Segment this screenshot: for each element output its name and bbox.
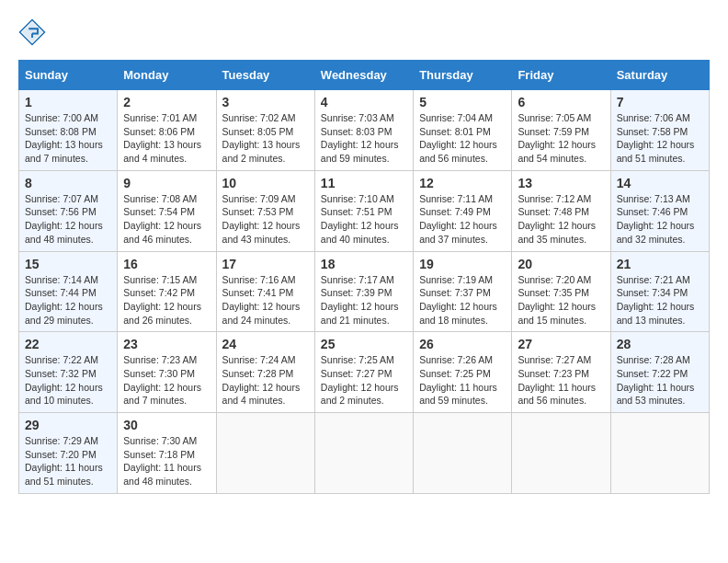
day-number: 16: [123, 257, 210, 271]
day-number: 30: [123, 418, 210, 432]
day-number: 11: [321, 176, 407, 190]
day-info: Sunrise: 7:11 AMSunset: 7:49 PMDaylight:…: [419, 192, 506, 247]
weekday-header-tuesday: Tuesday: [216, 61, 314, 90]
day-info: Sunrise: 7:12 AMSunset: 7:48 PMDaylight:…: [518, 192, 604, 247]
calendar-cell: [610, 413, 709, 494]
day-number: 17: [222, 257, 309, 271]
calendar-cell: [216, 413, 314, 494]
day-number: 6: [518, 95, 604, 109]
day-info: Sunrise: 7:27 AMSunset: 7:23 PMDaylight:…: [518, 353, 604, 408]
calendar-cell: 15Sunrise: 7:14 AMSunset: 7:44 PMDayligh…: [19, 251, 118, 332]
calendar-cell: 24Sunrise: 7:24 AMSunset: 7:28 PMDayligh…: [216, 332, 314, 413]
calendar-cell: 1Sunrise: 7:00 AMSunset: 8:08 PMDaylight…: [19, 90, 118, 171]
day-number: 15: [25, 257, 111, 271]
day-number: 26: [419, 337, 506, 351]
calendar-cell: [414, 413, 512, 494]
day-info: Sunrise: 7:02 AMSunset: 8:05 PMDaylight:…: [222, 111, 309, 166]
day-info: Sunrise: 7:15 AMSunset: 7:42 PMDaylight:…: [123, 273, 210, 327]
calendar-cell: 17Sunrise: 7:16 AMSunset: 7:41 PMDayligh…: [216, 251, 314, 332]
calendar-cell: 27Sunrise: 7:27 AMSunset: 7:23 PMDayligh…: [512, 332, 610, 413]
calendar-cell: 30Sunrise: 7:30 AMSunset: 7:18 PMDayligh…: [118, 413, 216, 494]
day-info: Sunrise: 7:30 AMSunset: 7:18 PMDaylight:…: [123, 434, 210, 488]
day-info: Sunrise: 7:22 AMSunset: 7:32 PMDaylight:…: [25, 353, 111, 408]
calendar-cell: 3Sunrise: 7:02 AMSunset: 8:05 PMDaylight…: [216, 90, 314, 171]
calendar-cell: 23Sunrise: 7:23 AMSunset: 7:30 PMDayligh…: [118, 332, 216, 413]
calendar-cell: 22Sunrise: 7:22 AMSunset: 7:32 PMDayligh…: [19, 332, 118, 413]
calendar-cell: [314, 413, 413, 494]
day-info: Sunrise: 7:20 AMSunset: 7:35 PMDaylight:…: [518, 273, 604, 327]
calendar-cell: 18Sunrise: 7:17 AMSunset: 7:39 PMDayligh…: [314, 251, 413, 332]
week-row-4: 22Sunrise: 7:22 AMSunset: 7:32 PMDayligh…: [19, 332, 710, 413]
calendar-cell: 5Sunrise: 7:04 AMSunset: 8:01 PMDaylight…: [414, 90, 512, 171]
calendar-cell: 11Sunrise: 7:10 AMSunset: 7:51 PMDayligh…: [314, 170, 413, 251]
calendar-cell: 13Sunrise: 7:12 AMSunset: 7:48 PMDayligh…: [512, 170, 610, 251]
weekday-header-wednesday: Wednesday: [314, 61, 413, 90]
day-number: 29: [25, 418, 111, 432]
weekday-header-row: SundayMondayTuesdayWednesdayThursdayFrid…: [19, 61, 710, 90]
day-info: Sunrise: 7:08 AMSunset: 7:54 PMDaylight:…: [123, 192, 210, 247]
day-number: 24: [222, 337, 309, 351]
calendar-cell: 20Sunrise: 7:20 AMSunset: 7:35 PMDayligh…: [512, 251, 610, 332]
day-number: 21: [617, 257, 703, 271]
day-info: Sunrise: 7:01 AMSunset: 8:06 PMDaylight:…: [123, 111, 210, 166]
day-info: Sunrise: 7:23 AMSunset: 7:30 PMDaylight:…: [123, 353, 210, 408]
day-info: Sunrise: 7:28 AMSunset: 7:22 PMDaylight:…: [617, 353, 703, 408]
calendar-cell: [512, 413, 610, 494]
calendar-cell: 21Sunrise: 7:21 AMSunset: 7:34 PMDayligh…: [610, 251, 709, 332]
day-info: Sunrise: 7:06 AMSunset: 7:58 PMDaylight:…: [617, 111, 703, 166]
day-number: 7: [617, 95, 703, 109]
day-info: Sunrise: 7:26 AMSunset: 7:25 PMDaylight:…: [419, 353, 506, 408]
week-row-3: 15Sunrise: 7:14 AMSunset: 7:44 PMDayligh…: [19, 251, 710, 332]
page-header: [18, 18, 710, 46]
day-info: Sunrise: 7:17 AMSunset: 7:39 PMDaylight:…: [321, 273, 407, 327]
calendar-cell: 28Sunrise: 7:28 AMSunset: 7:22 PMDayligh…: [610, 332, 709, 413]
logo-icon: [18, 18, 46, 46]
day-number: 20: [518, 257, 604, 271]
day-number: 5: [419, 95, 506, 109]
calendar-cell: 14Sunrise: 7:13 AMSunset: 7:46 PMDayligh…: [610, 170, 709, 251]
day-number: 3: [222, 95, 309, 109]
calendar-cell: 8Sunrise: 7:07 AMSunset: 7:56 PMDaylight…: [19, 170, 118, 251]
day-number: 12: [419, 176, 506, 190]
week-row-5: 29Sunrise: 7:29 AMSunset: 7:20 PMDayligh…: [19, 413, 710, 494]
day-number: 9: [123, 176, 210, 190]
day-info: Sunrise: 7:21 AMSunset: 7:34 PMDaylight:…: [617, 273, 703, 327]
day-number: 4: [321, 95, 407, 109]
day-info: Sunrise: 7:04 AMSunset: 8:01 PMDaylight:…: [419, 111, 506, 166]
day-info: Sunrise: 7:10 AMSunset: 7:51 PMDaylight:…: [321, 192, 407, 247]
svg-marker-0: [22, 22, 43, 43]
day-info: Sunrise: 7:25 AMSunset: 7:27 PMDaylight:…: [321, 353, 407, 408]
day-number: 28: [617, 337, 703, 351]
day-info: Sunrise: 7:03 AMSunset: 8:03 PMDaylight:…: [321, 111, 407, 166]
day-info: Sunrise: 7:29 AMSunset: 7:20 PMDaylight:…: [25, 434, 111, 488]
day-number: 13: [518, 176, 604, 190]
day-info: Sunrise: 7:24 AMSunset: 7:28 PMDaylight:…: [222, 353, 309, 408]
calendar-cell: 10Sunrise: 7:09 AMSunset: 7:53 PMDayligh…: [216, 170, 314, 251]
day-info: Sunrise: 7:19 AMSunset: 7:37 PMDaylight:…: [419, 273, 506, 327]
calendar-cell: 16Sunrise: 7:15 AMSunset: 7:42 PMDayligh…: [118, 251, 216, 332]
week-row-2: 8Sunrise: 7:07 AMSunset: 7:56 PMDaylight…: [19, 170, 710, 251]
day-info: Sunrise: 7:05 AMSunset: 7:59 PMDaylight:…: [518, 111, 604, 166]
calendar-cell: 12Sunrise: 7:11 AMSunset: 7:49 PMDayligh…: [414, 170, 512, 251]
weekday-header-friday: Friday: [512, 61, 610, 90]
weekday-header-monday: Monday: [118, 61, 216, 90]
calendar-cell: 29Sunrise: 7:29 AMSunset: 7:20 PMDayligh…: [19, 413, 118, 494]
day-info: Sunrise: 7:07 AMSunset: 7:56 PMDaylight:…: [25, 192, 111, 247]
weekday-header-sunday: Sunday: [19, 61, 118, 90]
logo: [18, 18, 50, 46]
calendar-table: SundayMondayTuesdayWednesdayThursdayFrid…: [18, 60, 710, 494]
day-number: 25: [321, 337, 407, 351]
calendar-cell: 19Sunrise: 7:19 AMSunset: 7:37 PMDayligh…: [414, 251, 512, 332]
day-info: Sunrise: 7:13 AMSunset: 7:46 PMDaylight:…: [617, 192, 703, 247]
calendar-cell: 26Sunrise: 7:26 AMSunset: 7:25 PMDayligh…: [414, 332, 512, 413]
calendar-cell: 7Sunrise: 7:06 AMSunset: 7:58 PMDaylight…: [610, 90, 709, 171]
day-info: Sunrise: 7:09 AMSunset: 7:53 PMDaylight:…: [222, 192, 309, 247]
weekday-header-thursday: Thursday: [414, 61, 512, 90]
day-info: Sunrise: 7:16 AMSunset: 7:41 PMDaylight:…: [222, 273, 309, 327]
day-number: 27: [518, 337, 604, 351]
calendar-cell: 4Sunrise: 7:03 AMSunset: 8:03 PMDaylight…: [314, 90, 413, 171]
week-row-1: 1Sunrise: 7:00 AMSunset: 8:08 PMDaylight…: [19, 90, 710, 171]
day-number: 10: [222, 176, 309, 190]
day-number: 23: [123, 337, 210, 351]
day-number: 1: [25, 95, 111, 109]
